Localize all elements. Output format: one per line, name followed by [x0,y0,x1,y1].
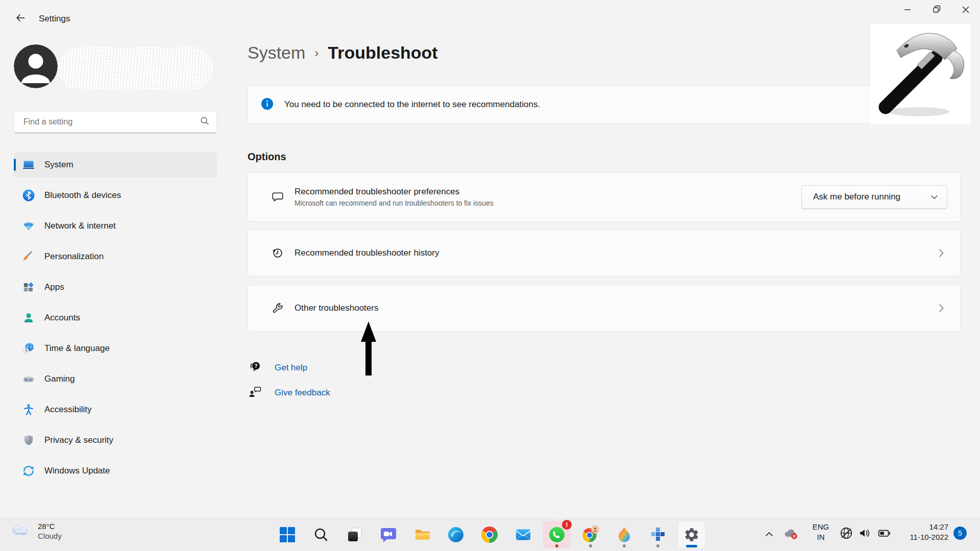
sidebar-item-personalization[interactable]: Personalization [14,244,217,269]
minimize-icon [896,2,919,20]
whatsapp-icon[interactable]: ! [543,521,571,548]
sidebar-item-network-internet[interactable]: Network & internet [14,213,217,239]
file-explorer-icon[interactable] [408,521,436,548]
tray-date: 11-10-2022 [894,532,948,542]
hammer-overlay-image [870,24,971,124]
task-view-icon[interactable] [341,521,369,548]
window-title: Settings [39,14,70,24]
chevron-down-icon [931,192,938,202]
sidebar-item-gaming[interactable]: Gaming [14,366,217,392]
get-help-link[interactable]: Get help [275,363,307,373]
options-heading: Options [248,151,286,163]
voxel-app-icon[interactable] [644,521,672,548]
windows-update-icon [22,464,35,478]
sidebar-item-label: System [44,160,74,170]
svg-text:?: ? [254,363,257,369]
network-icon [22,219,35,233]
sidebar-item-label: Windows Update [44,466,110,476]
sidebar-item-windows-update[interactable]: Windows Update [14,458,217,484]
cloud-weather-icon [10,522,32,540]
gaming-icon [22,372,35,386]
settings-window: Settings System [0,0,980,551]
redacted-account-name [58,47,213,90]
info-banner: You need to be connected to the internet… [248,85,961,124]
sidebar-item-system[interactable]: System [14,152,217,178]
chat-icon[interactable] [375,521,402,548]
history-icon [271,246,284,260]
no-internet-globe-icon[interactable] [839,526,853,540]
annotation-up-arrow [360,321,377,378]
chrome-icon[interactable] [476,521,503,548]
sidebar-item-label: Accessibility [44,405,92,415]
sidebar-item-label: Accounts [44,313,80,323]
card-other-troubleshooters[interactable]: Other troubleshooters [248,285,961,332]
search-box [14,111,217,133]
battery-icon[interactable] [877,526,892,540]
paint-3d-icon[interactable] [610,521,638,548]
chrome-profile-icon[interactable] [577,521,604,548]
clock-date[interactable]: 14:27 11-10-2022 [894,522,948,542]
accessibility-icon [22,403,35,416]
running-indicator [656,544,659,547]
sidebar-item-bluetooth-devices[interactable]: Bluetooth & devices [14,183,217,208]
titlebar: Settings [0,0,980,30]
close-icon [954,2,977,20]
get-help-row: ? Get help [248,359,307,377]
banner-text: You need to be connected to the internet… [284,99,540,110]
breadcrumb: System › Troubleshoot [248,43,438,63]
wrench-icon [271,302,284,315]
settings-icon[interactable] [678,521,705,548]
give-feedback-icon [248,385,262,401]
caption-controls [893,0,980,21]
avatar[interactable] [14,44,58,88]
restore-icon [925,2,948,20]
tray-time: 14:27 [894,522,948,532]
preferences-subtitle: Microsoft can recommend and run troubles… [295,199,494,207]
bluetooth-icon [22,189,35,202]
preferences-dropdown[interactable]: Ask me before running [801,185,947,209]
give-feedback-row: Give feedback [248,384,330,402]
close-button[interactable] [951,0,980,21]
running-indicator [623,544,626,547]
personalization-icon [22,250,35,263]
sidebar-item-label: Apps [44,282,64,292]
chevron-right-icon [935,302,947,314]
notification-count-badge[interactable]: 5 [953,527,967,540]
system-icon [22,158,35,171]
other-title: Other troubleshooters [295,303,378,313]
apps-icon [22,281,35,294]
weather-condition: Cloudy [38,531,62,541]
edge-icon[interactable] [442,521,470,548]
time-language-icon [22,342,35,355]
info-icon [261,98,273,112]
breadcrumb-parent[interactable]: System [248,43,305,63]
back-button[interactable] [11,11,30,27]
start-button[interactable] [274,521,301,548]
sidebar-item-accounts[interactable]: Accounts [14,305,217,331]
language-line2: IN [808,532,833,542]
search-icon [200,116,209,128]
sidebar-item-accessibility[interactable]: Accessibility [14,397,217,422]
card-troubleshooter-history[interactable]: Recommended troubleshooter history [248,230,961,277]
accounts-icon [22,311,35,324]
volume-icon[interactable] [859,526,873,540]
restore-button[interactable] [922,0,951,21]
weather-temp: 28°C [38,521,62,531]
sidebar-nav: System Bluetooth & devices Network & int… [14,152,217,484]
sidebar-item-privacy-security[interactable]: Privacy & security [14,428,217,453]
tray-chevron-up-icon[interactable] [762,527,777,542]
mail-icon[interactable] [509,521,537,548]
weather-widget[interactable]: 28°C Cloudy [10,521,62,541]
sidebar-item-apps[interactable]: Apps [14,274,217,300]
give-feedback-link[interactable]: Give feedback [275,388,330,398]
taskbar-search-icon[interactable] [307,521,335,548]
onedrive-error-icon[interactable] [782,526,800,542]
minimize-button[interactable] [893,0,922,21]
sidebar-item-time-language[interactable]: Time & language [14,336,217,361]
sidebar-item-label: Privacy & security [44,435,113,445]
search-input[interactable] [22,117,200,127]
sidebar-item-label: Personalization [44,252,104,262]
get-help-icon: ? [248,360,262,376]
active-window-indicator [686,545,697,547]
language-indicator[interactable]: ENG IN [808,522,833,542]
